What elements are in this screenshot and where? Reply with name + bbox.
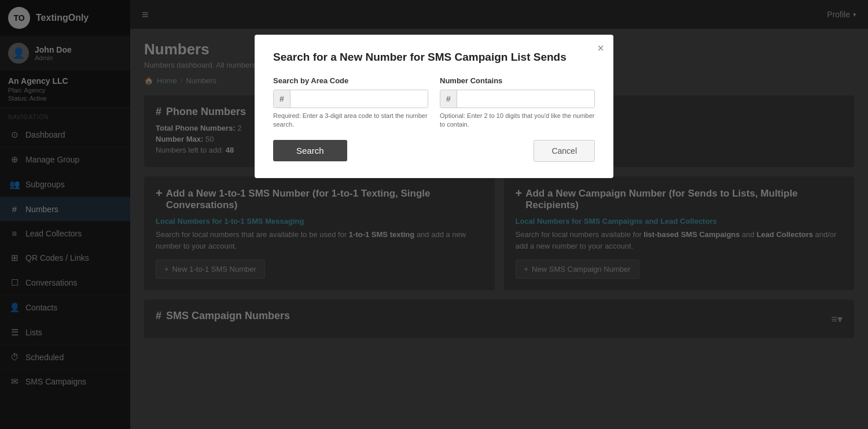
modal-actions: Search Cancel	[273, 140, 595, 162]
number-contains-prefix: #	[440, 90, 457, 108]
modal-close-button[interactable]: ×	[597, 42, 604, 55]
area-code-hint: Required: Enter a 3-digit area code to s…	[273, 112, 428, 130]
area-code-label: Search by Area Code	[273, 76, 428, 85]
area-code-prefix: #	[274, 90, 290, 108]
number-contains-input[interactable]	[457, 91, 594, 108]
modal: × Search for a New Number for SMS Campai…	[255, 35, 613, 178]
modal-overlay: × Search for a New Number for SMS Campai…	[0, 0, 868, 429]
modal-title: Search for a New Number for SMS Campaign…	[273, 51, 595, 64]
area-code-input[interactable]	[290, 91, 428, 108]
number-contains-label: Number Contains	[440, 76, 595, 85]
search-button[interactable]: Search	[273, 140, 347, 161]
number-contains-hint: Optional: Enter 2 to 10 digits that you'…	[440, 112, 595, 130]
cancel-button[interactable]: Cancel	[534, 140, 595, 162]
area-code-field: Search by Area Code # Required: Enter a …	[273, 76, 428, 130]
number-contains-field: Number Contains # Optional: Enter 2 to 1…	[440, 76, 595, 130]
modal-fields: Search by Area Code # Required: Enter a …	[273, 76, 595, 130]
